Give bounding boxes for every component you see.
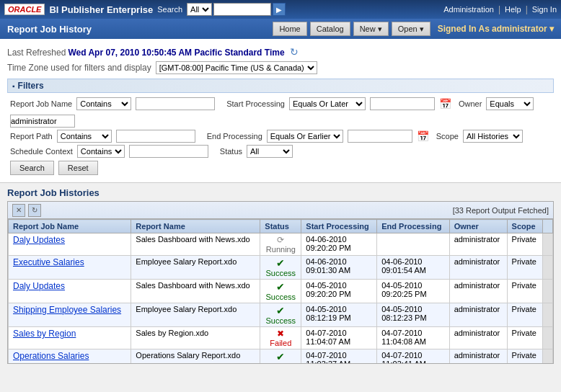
search-input[interactable] bbox=[213, 3, 271, 16]
table-row: Operations Salaries Operations Salary Re… bbox=[9, 349, 553, 364]
search-group: All ▶ bbox=[187, 3, 286, 16]
report-name-cell: Sales by Region.xdo bbox=[131, 327, 260, 349]
job-name-link[interactable]: Executive Salaries bbox=[13, 257, 84, 267]
search-button[interactable]: Search bbox=[10, 161, 54, 175]
filter-buttons: Search Reset bbox=[7, 161, 554, 178]
signin-link[interactable]: Sign In bbox=[532, 5, 557, 14]
end-processing-cell: 04-05-201008:12:23 PM bbox=[377, 303, 449, 327]
job-name-link[interactable]: Operations Salaries bbox=[13, 351, 89, 361]
report-job-name-label: Report Job Name bbox=[10, 99, 72, 108]
scrollbar-cell bbox=[543, 327, 553, 349]
schedule-context-label: Schedule Context bbox=[10, 147, 73, 156]
fetched-label: [33 Report Output Fetched] bbox=[453, 206, 549, 215]
end-processing-cell: 04-05-201009:20:25 PM bbox=[377, 280, 449, 303]
schedule-context-input[interactable] bbox=[129, 145, 208, 158]
start-processing-cell: 04-06-201009:20:20 PM bbox=[301, 233, 377, 256]
delete-icon[interactable]: ✕ bbox=[12, 204, 25, 217]
report-job-name-input[interactable] bbox=[136, 97, 215, 110]
nav-right: Administration | Help | Sign In bbox=[443, 4, 557, 14]
col-report-name: Report Name bbox=[131, 220, 260, 233]
table-row: Shipping Employee Salaries Employee Sala… bbox=[9, 303, 553, 327]
end-processing-cell: 04-07-201011:03:41 AM bbox=[377, 349, 449, 364]
col-end: End Processing bbox=[377, 220, 449, 233]
owner-cell: administrator bbox=[449, 280, 507, 303]
report-path-input[interactable] bbox=[116, 130, 195, 143]
help-link[interactable]: Help bbox=[505, 5, 521, 14]
scope-cell: Private bbox=[507, 280, 542, 303]
start-processing-op[interactable]: Equals Or LaterEquals Or EarlierEquals bbox=[289, 97, 366, 110]
filters-title: Filters bbox=[18, 81, 44, 91]
scrollbar-header bbox=[543, 220, 553, 233]
filters-header[interactable]: ▪ Filters bbox=[7, 79, 554, 93]
report-jobs-table: Report Job Name Report Name Status Start… bbox=[8, 219, 553, 363]
home-button[interactable]: Home bbox=[273, 22, 306, 36]
scrollbar-cell bbox=[543, 349, 553, 364]
refresh-icon[interactable]: ↻ bbox=[290, 46, 299, 58]
scope-cell: Private bbox=[507, 303, 542, 327]
open-button[interactable]: Open ▾ bbox=[392, 22, 430, 36]
timezone-label: Time Zone used for filters and display bbox=[7, 63, 151, 73]
owner-cell: administrator bbox=[449, 327, 507, 349]
scope-cell: Private bbox=[507, 349, 542, 364]
owner-cell: administrator bbox=[449, 349, 507, 364]
owner-cell: administrator bbox=[449, 303, 507, 327]
report-job-name-op[interactable]: ContainsEqualsStarts With bbox=[76, 97, 131, 110]
search-scope-select[interactable]: All bbox=[187, 3, 212, 16]
schedule-context-op[interactable]: ContainsEquals bbox=[77, 145, 125, 158]
refresh-label: Last Refreshed bbox=[7, 48, 66, 58]
oracle-logo: ORACLE bbox=[4, 4, 45, 15]
secondary-navigation: Report Job History Home Catalog New ▾ Op… bbox=[0, 19, 561, 39]
reset-button[interactable]: Reset bbox=[58, 161, 98, 175]
status-select[interactable]: AllSuccessFailedRunning bbox=[247, 145, 293, 158]
timezone-select[interactable]: [GMT-08:00] Pacific Time (US & Canada) bbox=[156, 61, 317, 74]
status-cell: ⟳Running bbox=[260, 233, 301, 256]
page-title: Report Job History bbox=[7, 24, 92, 35]
report-name-cell: Sales Dashboard with News.xdo bbox=[131, 280, 260, 303]
end-processing-input[interactable] bbox=[348, 130, 412, 143]
refresh-bar: Last Refreshed Wed Apr 07, 2010 10:50:45… bbox=[7, 43, 554, 59]
job-name-link[interactable]: Shipping Employee Salaries bbox=[13, 305, 121, 315]
owner-input[interactable] bbox=[10, 115, 75, 128]
report-name-cell: Employee Salary Report.xdo bbox=[131, 303, 260, 327]
owner-op[interactable]: EqualsContains bbox=[486, 97, 534, 110]
report-name-cell: Operations Salary Report.xdo bbox=[131, 349, 260, 364]
refresh-table-icon[interactable]: ↻ bbox=[28, 204, 41, 217]
col-scope: Scope bbox=[507, 220, 542, 233]
end-processing-cell: 04-06-201009:01:54 AM bbox=[377, 256, 449, 280]
signed-in-label: Signed In As administrator ▾ bbox=[438, 24, 554, 34]
report-path-op[interactable]: ContainsEqualsStarts With bbox=[57, 130, 112, 143]
timezone-row: Time Zone used for filters and display [… bbox=[7, 61, 554, 74]
start-processing-cell: 04-06-201009:01:30 AM bbox=[301, 256, 377, 280]
start-processing-input[interactable] bbox=[370, 97, 435, 110]
start-processing-cell: 04-05-201009:20:20 PM bbox=[301, 280, 377, 303]
new-button[interactable]: New ▾ bbox=[353, 22, 389, 36]
report-name-cell: Employee Salary Report.xdo bbox=[131, 256, 260, 280]
catalog-button[interactable]: Catalog bbox=[310, 22, 350, 36]
scope-cell: Private bbox=[507, 233, 542, 256]
end-processing-label: End Processing bbox=[207, 132, 262, 141]
content-area: Last Refreshed Wed Apr 07, 2010 10:50:45… bbox=[0, 39, 561, 183]
end-processing-op[interactable]: Equals Or EarlierEquals Or LaterEquals bbox=[267, 130, 343, 143]
status-cell: ✔Success bbox=[260, 280, 301, 303]
app-title: BI Publisher Enterprise bbox=[49, 4, 153, 15]
status-cell: ✔Success bbox=[260, 303, 301, 327]
scope-select[interactable]: All HistoriesMy Histories bbox=[463, 130, 523, 143]
job-name-link[interactable]: Daly Updates bbox=[13, 281, 65, 291]
start-processing-cell: 04-05-201008:12:19 PM bbox=[301, 303, 377, 327]
end-cal-icon[interactable]: 📅 bbox=[417, 130, 429, 142]
scrollbar-cell bbox=[543, 280, 553, 303]
username-label[interactable]: administrator ▾ bbox=[492, 24, 554, 34]
job-name-link[interactable]: Sales by Region bbox=[13, 329, 76, 339]
job-name-link[interactable]: Daly Updates bbox=[13, 235, 65, 245]
histories-section: Report Job Histories ✕ ↻ [33 Report Outp… bbox=[0, 183, 561, 368]
status-label: Status bbox=[220, 147, 242, 156]
start-cal-icon[interactable]: 📅 bbox=[439, 98, 451, 110]
table-toolbar: ✕ ↻ [33 Report Output Fetched] bbox=[8, 202, 553, 219]
table-row: Executive Salaries Employee Salary Repor… bbox=[9, 256, 553, 280]
search-go-button[interactable]: ▶ bbox=[273, 3, 286, 16]
report-path-label: Report Path bbox=[10, 132, 53, 141]
owner-label: Owner bbox=[459, 99, 482, 108]
administration-link[interactable]: Administration bbox=[443, 5, 494, 14]
col-start: Start Processing bbox=[301, 220, 377, 233]
search-label: Search bbox=[157, 5, 182, 14]
